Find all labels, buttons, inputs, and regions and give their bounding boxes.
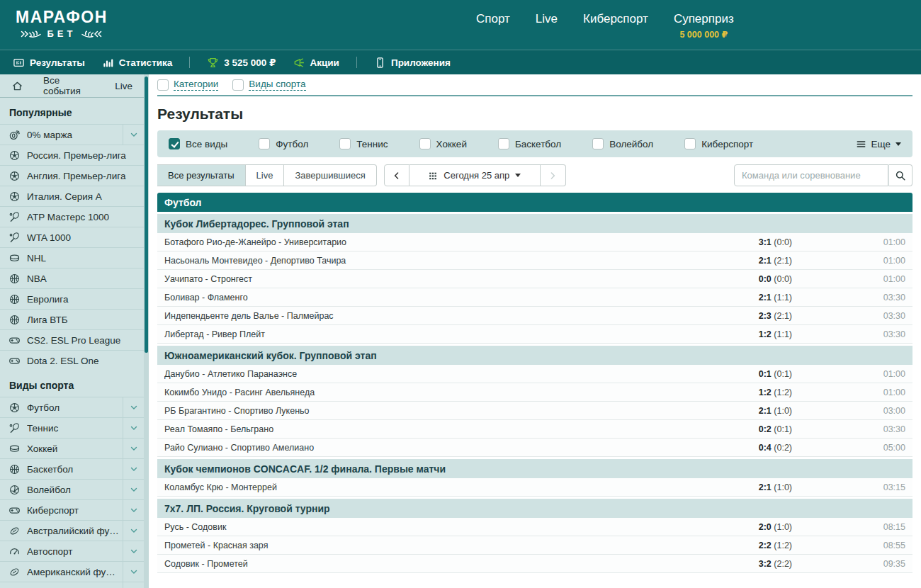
halftime-score: (1:1) — [774, 329, 792, 339]
result-tab[interactable]: Завершившиеся — [284, 164, 376, 186]
match-row[interactable]: Насьональ Монтевидео - Депортиво Тачира … — [157, 251, 912, 270]
sidebar-item[interactable]: Автоспорт — [0, 541, 144, 561]
filter-link[interactable]: Виды спорта — [232, 79, 305, 91]
expand-cell[interactable] — [123, 582, 144, 588]
halftime-score: (0:1) — [774, 424, 792, 434]
promotions-button[interactable]: Акции — [293, 57, 339, 69]
sidebar-live[interactable]: Live — [115, 81, 132, 91]
sidebar-item[interactable]: Евролига — [0, 288, 144, 309]
sport-filter[interactable]: Волейбол — [592, 138, 653, 149]
expand-cell[interactable] — [123, 125, 144, 145]
match-row[interactable]: РБ Брагантино - Спортиво Лукеньо 2:1 (1:… — [157, 402, 912, 420]
expand-cell[interactable] — [123, 480, 144, 499]
filter-checkbox[interactable] — [157, 79, 169, 91]
match-row[interactable]: Реал Томаяпо - Бельграно 0:2 (0:1) 03:30 — [157, 420, 912, 439]
sidebar-all-events[interactable]: Все события — [43, 75, 95, 96]
sport-filter-checkbox[interactable] — [592, 138, 604, 149]
sidebar-item[interactable]: Италия. Серия А — [0, 186, 144, 206]
result-tab[interactable]: Все результаты — [157, 164, 246, 186]
expand-cell[interactable] — [123, 500, 144, 520]
sidebar-item[interactable]: NHL — [0, 247, 144, 268]
sidebar-scrollbar[interactable] — [144, 74, 149, 588]
expand-cell[interactable] — [123, 397, 144, 417]
sidebar-item[interactable]: Австралийский фу… — [0, 520, 144, 541]
sidebar-item[interactable]: Футбол — [0, 397, 144, 417]
search-icon — [895, 170, 906, 181]
match-score: 2:2 (1:2) — [700, 541, 792, 550]
sidebar-item[interactable]: Баскетбол — [0, 458, 144, 479]
sidebar-item[interactable]: NBA — [0, 268, 144, 288]
match-row[interactable]: Ботафого Рио-де-Жанейро - Университарио … — [157, 233, 912, 251]
sport-filter[interactable]: Футбол — [259, 138, 308, 149]
jackpot-button[interactable]: 3 525 000 ₽ — [207, 57, 276, 69]
sport-filter-checkbox[interactable] — [339, 138, 351, 149]
main-nav-item[interactable]: Киберспорт — [583, 12, 648, 40]
match-row[interactable]: Русь - Содовик 2:0 (1:0) 08:15 — [157, 518, 912, 536]
results-table: Футбол Кубок Либертадорес. Групповой эта… — [157, 193, 912, 573]
sidebar-item[interactable]: Бейсбол — [0, 582, 144, 588]
apps-button[interactable]: Приложения — [374, 57, 451, 69]
next-day-button[interactable] — [541, 164, 566, 186]
filter-checkbox[interactable] — [232, 79, 244, 91]
sidebar-item[interactable]: ATP Мастерс 1000 — [0, 206, 144, 227]
match-row[interactable]: Боливар - Фламенго 2:1 (1:1) 03:30 — [157, 288, 912, 307]
sport-filter[interactable]: Хоккей — [419, 138, 467, 149]
main-nav-item[interactable]: Спорт — [476, 12, 510, 40]
sport-filter-checkbox[interactable] — [684, 138, 696, 149]
sidebar-item[interactable]: CS2. ESL Pro League — [0, 329, 144, 350]
result-tab[interactable]: Live — [246, 164, 285, 186]
match-row[interactable]: Коламбус Крю - Монтеррей 2:1 (1:0) 03:15 — [157, 478, 912, 497]
statistics-nav-button[interactable]: Статистика — [102, 57, 172, 69]
sidebar-item[interactable]: Волейбол — [0, 479, 144, 499]
final-score: 2:1 — [759, 293, 772, 303]
main-nav-item[interactable]: Live — [536, 12, 558, 40]
expand-cell[interactable] — [123, 541, 144, 561]
match-row[interactable]: Данубио - Атлетико Паранаэнсе 0:1 (0:1) … — [157, 365, 912, 383]
expand-cell[interactable] — [123, 521, 144, 541]
sidebar-item[interactable]: Американский фу… — [0, 561, 144, 582]
sidebar-item[interactable]: Англия. Премьер-лига — [0, 165, 144, 186]
prev-day-button[interactable] — [384, 164, 409, 186]
sidebar-item[interactable]: Лига ВТБ — [0, 309, 144, 329]
search-input[interactable] — [734, 164, 888, 186]
match-row[interactable]: Кокимбо Унидо - Расинг Авельянеда 1:2 (1… — [157, 383, 912, 402]
sport-filter[interactable]: Все виды — [169, 138, 227, 149]
match-row[interactable]: Либертад - Ривер Плейт 1:2 (1:1) 03:30 — [157, 325, 912, 344]
expand-cell[interactable] — [123, 418, 144, 438]
sidebar-item[interactable]: Теннис — [0, 417, 144, 438]
search-button[interactable] — [888, 164, 912, 186]
final-score: 1:2 — [759, 329, 772, 339]
sidebar-item[interactable]: Хоккей — [0, 438, 144, 458]
results-nav-button[interactable]: Результаты — [13, 57, 85, 69]
match-row[interactable]: Райо Сулиано - Спортиво Амелиано 0:4 (0:… — [157, 439, 912, 457]
match-row[interactable]: Индепендьенте дель Валье - Палмейрас 2:3… — [157, 307, 912, 325]
date-picker-button[interactable]: Сегодня 25 апр — [409, 164, 541, 186]
more-filters-button[interactable]: Еще — [856, 139, 901, 149]
brand-logo[interactable]: МАРАФОН БЕТ — [16, 8, 108, 39]
expand-cell[interactable] — [123, 439, 144, 458]
home-icon[interactable] — [11, 80, 23, 92]
sidebar-item[interactable]: Киберспорт — [0, 499, 144, 520]
match-row[interactable]: Содовик - Прометей 3:2 (2:2) 09:35 — [157, 555, 912, 573]
expand-cell[interactable] — [123, 562, 144, 582]
sidebar-item[interactable]: Dota 2. ESL One — [0, 350, 144, 371]
filter-link[interactable]: Категории — [157, 79, 218, 91]
sport-filter-checkbox[interactable] — [419, 138, 431, 149]
sport-icon — [9, 314, 21, 326]
final-score: 1:2 — [759, 388, 772, 397]
sport-filter[interactable]: Теннис — [339, 138, 388, 149]
scrollbar-thumb[interactable] — [145, 77, 148, 353]
match-row[interactable]: Прометей - Красная заря 2:2 (1:2) 08:55 — [157, 536, 912, 555]
expand-cell[interactable] — [123, 459, 144, 479]
brand-line2: БЕТ — [47, 28, 76, 39]
sport-filter-checkbox[interactable] — [169, 138, 180, 149]
sport-filter[interactable]: Баскетбол — [498, 138, 561, 149]
main-nav-item[interactable]: Суперприз 5 000 000 ₽ — [674, 12, 734, 40]
match-row[interactable]: Уачипато - Стронгест 0:0 (0:0) 01:00 — [157, 270, 912, 288]
sport-filter-checkbox[interactable] — [498, 138, 509, 149]
sport-filter[interactable]: Киберспорт — [684, 138, 753, 149]
sidebar-item[interactable]: Россия. Премьер-лига — [0, 145, 144, 165]
sport-filter-checkbox[interactable] — [259, 138, 270, 149]
sidebar-item[interactable]: 0% маржа — [0, 124, 144, 145]
sidebar-item[interactable]: WTA 1000 — [0, 227, 144, 247]
